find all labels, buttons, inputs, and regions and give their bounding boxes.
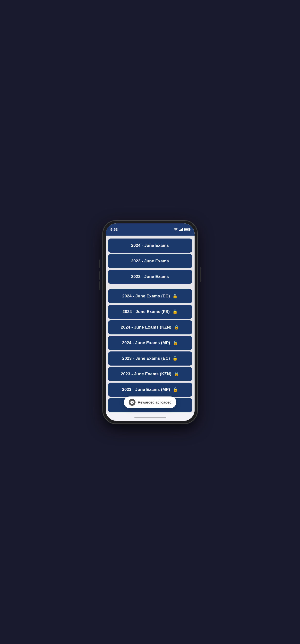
btn-2024-june-mp[interactable]: 2024 - June Exams (MP) 🔒	[108, 336, 192, 350]
btn-2024-june-fs[interactable]: 2024 - June Exams (FS) 🔒	[108, 305, 192, 319]
lock-icon-4: 🔒	[172, 356, 177, 361]
btn-2023-june-label: 2023 - June Exams	[131, 259, 169, 264]
battery-icon	[184, 228, 190, 231]
btn-2024-june-kzn-label: 2024 - June Exams (KZN) 🔒	[121, 325, 179, 330]
battery-fill	[185, 229, 188, 230]
lock-icon-2: 🔒	[174, 325, 179, 330]
btn-2024-june-label: 2024 - June Exams	[131, 243, 169, 248]
btn-2024-june-fs-label: 2024 - June Exams (FS) 🔒	[123, 309, 177, 314]
btn-2022-june-label: 2022 - June Exams	[131, 274, 169, 279]
btn-2023-june-mp[interactable]: 2023 - June Exams (MP) 🔒	[108, 382, 192, 397]
phone-screen: 9:53	[106, 224, 195, 421]
lock-icon-5: 🔒	[174, 372, 179, 376]
home-indicator	[134, 417, 166, 418]
status-time: 9:53	[111, 227, 118, 232]
app-content: 2024 - June Exams 2023 - June Exams 2022…	[106, 236, 195, 412]
btn-2023-june-kzn[interactable]: 2023 - June Exams (KZN) 🔒	[108, 367, 192, 381]
signal-icon	[179, 228, 183, 231]
btn-2023-june[interactable]: 2023 - June Exams	[108, 254, 192, 268]
btn-2023-june-ec[interactable]: 2023 - June Exams (EC) 🔒	[108, 352, 192, 366]
btn-2024-june-mp-label: 2024 - June Exams (MP) 🔒	[122, 340, 178, 345]
lock-icon-6: 🔒	[173, 387, 178, 392]
lock-icon-0: 🔒	[172, 294, 177, 298]
section-divider	[108, 285, 192, 288]
phone-frame: 9:53	[103, 220, 197, 424]
lock-icon-3: 🔒	[173, 340, 178, 345]
wifi-icon	[174, 228, 178, 231]
toast-text: Rewarded ad loaded	[138, 400, 171, 404]
status-bar: 9:53	[106, 224, 195, 236]
lock-icon-1: 🔒	[172, 309, 177, 314]
toast-icon	[129, 399, 135, 406]
btn-2024-june-ec[interactable]: 2024 - June Exams (EC) 🔒	[108, 289, 192, 303]
status-icons	[174, 228, 190, 231]
toast-notification: Rewarded ad loaded	[124, 396, 176, 408]
btn-2024-june-kzn[interactable]: 2024 - June Exams (KZN) 🔒	[108, 320, 192, 334]
btn-2023-june-mp-label: 2023 - June Exams (MP) 🔒	[122, 387, 178, 392]
btn-2024-june[interactable]: 2024 - June Exams	[108, 238, 192, 253]
btn-2024-june-ec-label: 2024 - June Exams (EC) 🔒	[122, 294, 177, 299]
btn-2023-june-ec-label: 2023 - June Exams (EC) 🔒	[122, 356, 177, 361]
btn-2023-june-kzn-label: 2023 - June Exams (KZN) 🔒	[121, 372, 179, 376]
btn-2022-june[interactable]: 2022 - June Exams	[108, 270, 192, 284]
